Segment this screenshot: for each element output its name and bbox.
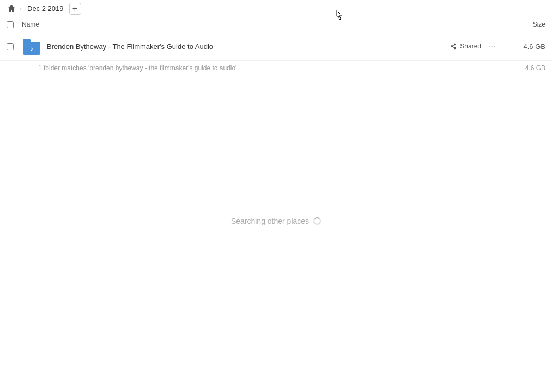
match-info-text: 1 folder matches 'brenden bytheway - the… [38,64,236,72]
music-note-icon: ♪ [30,44,34,53]
row-checkbox-input[interactable] [7,43,14,50]
shared-badge[interactable]: Shared [450,42,481,50]
svg-line-4 [452,46,455,48]
folder-body: ♪ [23,42,40,55]
searching-section: Searching other places [0,217,552,225]
breadcrumb-date[interactable]: Dec 2 2019 [24,3,67,14]
home-button[interactable] [5,3,17,15]
svg-line-3 [452,45,455,47]
row-checkbox[interactable] [7,43,17,50]
select-all-input[interactable] [7,21,14,28]
name-column-header: Name [22,21,507,28]
file-size: 4.6 GB [507,42,545,51]
select-all-checkbox[interactable] [7,21,17,28]
match-info-row: 1 folder matches 'brenden bytheway - the… [0,61,552,75]
breadcrumb-separator: › [20,5,22,13]
audio-folder-icon: ♪ [23,38,40,55]
match-info-size: 4.6 GB [525,64,545,72]
searching-spinner [313,217,321,225]
breadcrumb-bar: › Dec 2 2019 + [0,0,552,17]
file-row[interactable]: ♪ Brenden Bytheway - The Filmmaker's Gui… [0,32,552,61]
table-header: Name Size [0,17,552,32]
searching-text: Searching other places [231,217,309,225]
file-name: Brenden Bytheway - The Filmmaker's Guide… [47,42,450,51]
file-icon: ♪ [22,36,41,56]
shared-label: Shared [460,42,481,50]
file-actions: Shared ··· [450,40,499,53]
more-options-button[interactable]: ··· [486,40,499,53]
size-column-header: Size [507,21,545,28]
breadcrumb-add-button[interactable]: + [69,3,81,15]
